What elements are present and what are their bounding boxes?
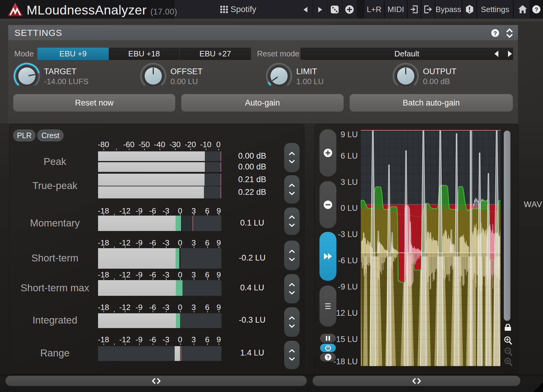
svg-text:?: ? bbox=[327, 355, 330, 360]
svg-text:?: ? bbox=[494, 30, 497, 36]
svg-text:?: ? bbox=[535, 6, 538, 13]
